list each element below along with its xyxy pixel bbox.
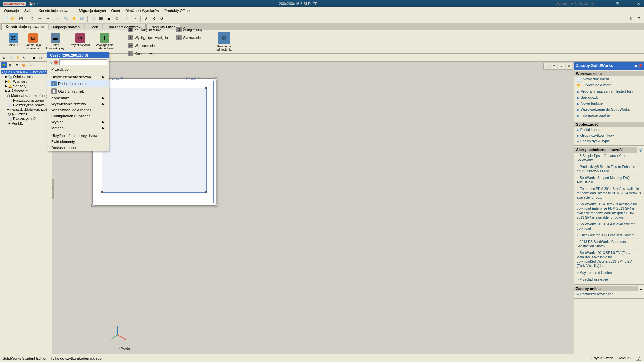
menu-szkic[interactable]: Szkic (22, 8, 36, 13)
appearance-tab[interactable]: 🎨 (21, 62, 27, 68)
link-program[interactable]: ▶ Program nauczania - Instruktory (574, 88, 644, 95)
btn-konstrukcja-spawana[interactable]: ⊞ Konstrukcjaspawana (23, 32, 43, 52)
tree-material[interactable]: ⬡ Materiał <nieokreślony> (1, 93, 51, 98)
tree-adnotacje[interactable]: ▶ A Adnotacje (1, 88, 51, 93)
ctx-rysunek[interactable]: 📄 Otwórz rysunek (47, 87, 109, 95)
link-intro[interactable]: ▶ Wprowadzenie do SolidWorks (574, 107, 644, 113)
tb-help[interactable]: ? (635, 15, 643, 22)
feature-tree-tab[interactable]: 🌳 (1, 62, 7, 68)
corner-br[interactable] (215, 204, 217, 207)
tb-save[interactable]: 💾 (17, 15, 25, 22)
vp-maximize[interactable]: ⬜ (543, 63, 550, 70)
vt-display1[interactable]: ◼ (31, 55, 37, 61)
zasoby-expand[interactable]: ▲ (638, 286, 644, 291)
tree-plaszczyzna2[interactable]: ⬜ Płaszczyzna2 (1, 116, 51, 121)
custom-props-tab[interactable]: ≡ (28, 62, 34, 68)
panel-resize-handle[interactable]: ‹ (52, 179, 54, 199)
vt-rotate2[interactable]: ↻ (21, 55, 28, 61)
btn-wyciagniecie[interactable]: ⬆ Wyciągnięciedodania/bazy (94, 32, 116, 52)
maximize-btn[interactable]: □ (629, 2, 634, 6)
vp-close[interactable]: ✕ (566, 63, 572, 70)
btn-sfazowanie[interactable]: F Sfazowanie (175, 34, 204, 41)
btn-kreator[interactable]: K Kreator otworu (126, 50, 169, 57)
tree-plaszczyzna-prawa[interactable]: ⬜ Płaszczyzna prawa (1, 103, 51, 107)
ctx-zwij[interactable]: Zwiń elementy (47, 139, 109, 145)
tb-rotate[interactable]: 🔄 (78, 15, 86, 22)
corner-tr[interactable] (215, 77, 217, 80)
btn-scieg[interactable]: S Ścieg spoiny (175, 26, 204, 33)
ctx-ukryte[interactable]: Ukryte elementy drzewa ▶ (47, 74, 109, 80)
btn-geometria[interactable]: ⬡ Geometriaodniesienia (214, 30, 234, 53)
quick-access-icon[interactable]: 💾 (29, 2, 33, 6)
tree-plaszczyzna-gorna[interactable]: ⬜ Płaszczyzna górna (1, 98, 51, 103)
tb-view2[interactable]: ⬛ (97, 15, 104, 22)
ctx-wyswietlanie[interactable]: Wyświetlanie drzewa ▶ (47, 101, 109, 107)
tree-szkic1[interactable]: ⬡ (-) Szkic1 (1, 112, 51, 116)
news-item-5[interactable]: › SolidWorks 2013 SP4 is available for d… (574, 221, 644, 232)
news-item-6[interactable]: › Check out the July Featured Content! (574, 232, 644, 239)
vt-zoom-fit[interactable]: ⊡ (1, 55, 7, 61)
link-samouczki[interactable]: ▶ Samouczki (574, 95, 644, 101)
ctx-filter-input[interactable] (59, 59, 107, 65)
btn-przytnij[interactable]: ✂ Przytnij/Wydłuż (67, 32, 93, 52)
tb-print[interactable]: 🖨 (28, 15, 35, 22)
menu-dimxpert[interactable]: DimXpert Wymiarów (123, 8, 162, 13)
tb-redo[interactable]: ↪ (44, 15, 51, 22)
rp-collapse-btn[interactable]: ◀ (634, 64, 637, 68)
ctx-dostosuj[interactable]: Dostosuj menu (47, 145, 109, 151)
tree-sensory[interactable]: ▶ 🔔 Sensory (1, 84, 51, 88)
menu-office[interactable]: Produkty Office (162, 8, 192, 13)
link-nowe[interactable]: ▶ Nowe funkcje (574, 101, 644, 107)
minimize-btn[interactable]: − (623, 2, 628, 6)
tree-odniesienia[interactable]: ▶ 📎 Odniesienia (1, 74, 51, 79)
vp-minimize[interactable]: − (558, 63, 565, 70)
btn-wyciagniecie-wyciecia[interactable]: ⬇ Wyciągnięcie wycięcia (126, 34, 169, 41)
btn-szkic3d[interactable]: 3D Szkic 3D (5, 32, 22, 52)
news-item-4[interactable]: › SolidWorks 2014 Beta2 is available for… (574, 201, 644, 221)
config-tab[interactable]: ⚙ (14, 62, 20, 68)
menu-operacje[interactable]: Operacje (1, 8, 22, 13)
tree-punkt1[interactable]: ✦ Punkt1 (1, 121, 51, 126)
news-item-1[interactable]: › Productivity5 Simple Tips to Enhance Y… (574, 164, 644, 175)
news-item-2[interactable]: › SolidWorks Support Monthly FAQ - Augus… (574, 175, 644, 186)
rp-pin-btn[interactable]: 📌 (638, 64, 642, 68)
btn-zamkniecie[interactable]: ▦ Zamknięcie końca (126, 26, 169, 33)
properties-tab[interactable]: ⊞ (7, 62, 13, 68)
ctx-config-publisher[interactable]: Configuration Publisher... (47, 113, 109, 119)
tb-open[interactable]: 📂 (9, 15, 17, 22)
tb-dimxpert[interactable]: D (142, 15, 149, 22)
ctx-material[interactable]: Materiał ▶ (47, 125, 109, 131)
ctx-ukryj-pokaz[interactable]: Ukryj/pokaż elementy drzewa... (47, 133, 109, 139)
tb-zoom[interactable]: 🔍 (62, 15, 70, 22)
tb-3d[interactable]: ⬡ (113, 15, 120, 22)
tree-wymiary[interactable]: ▶ 📐 Wymiary (1, 79, 51, 84)
vt-display2[interactable]: ◻ (37, 55, 43, 61)
vp-restore[interactable]: ⬡ (551, 63, 557, 70)
window-controls[interactable]: − □ ✕ (623, 2, 641, 6)
menu-ocen[interactable]: Oceń (109, 8, 123, 13)
corner-bl[interactable] (91, 204, 94, 207)
tb-new[interactable]: 📄 (1, 15, 9, 22)
news-item-9[interactable]: > May Featured Content! (574, 269, 644, 276)
link-nowy[interactable]: 📄 Nowy dokument (574, 76, 644, 82)
vt-zoom-in[interactable]: 🔍 (8, 55, 14, 61)
tb-pan[interactable]: ✋ (70, 15, 78, 22)
news-item-3[interactable]: › Enterprise PDM 2014 Beta2 is available… (574, 186, 644, 201)
viewport[interactable]: ⬜ ⬡ − ✕ Płaszczyzna2 Punkt1 (52, 62, 574, 354)
tb-undo[interactable]: ↩ (36, 15, 43, 22)
tb-x[interactable]: ✕ (123, 15, 131, 22)
tb-ref[interactable]: R (150, 15, 157, 22)
redo-icon[interactable]: ↪ (37, 2, 40, 6)
tb-select[interactable]: ↖ (54, 15, 62, 22)
undo-icon[interactable]: ↩ (34, 2, 36, 6)
tb-geom[interactable]: G (158, 15, 165, 22)
tab-konstrukcje[interactable]: Konstrukcje spawane (1, 23, 48, 30)
status-help-btn[interactable]: ? (636, 356, 641, 361)
ctx-przejdz[interactable]: Przejdź do... (47, 66, 109, 72)
menu-konstrukcje[interactable]: Konstrukcje spawane (36, 8, 76, 13)
link-partnerzy[interactable]: ● Partnerzy rozwiązań... (574, 291, 644, 297)
link-forum[interactable]: ● Forum dyskusyjne (574, 138, 644, 144)
link-otworz[interactable]: 📂 Otwórz dokument (574, 82, 644, 88)
ctx-wyglad[interactable]: Wygląd ▶ (47, 119, 109, 125)
tab-ocen[interactable]: Oceń (85, 24, 102, 30)
